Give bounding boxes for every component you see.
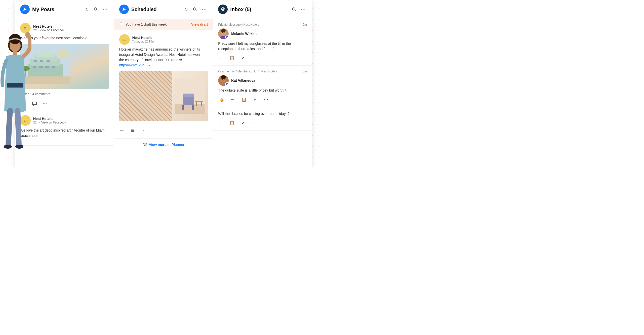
scheduled-search-button[interactable] <box>192 6 198 12</box>
scheduled-post-link[interactable]: http://ow.ly/12345678 <box>119 63 152 67</box>
inbox-item-1-type: Private Message • Nest Hotels <box>218 23 259 26</box>
inbox-content: Private Message • Nest Hotels 5m <box>213 19 312 168</box>
scheduled-more-button[interactable]: ··· <box>141 127 147 134</box>
view-more-planner[interactable]: 📅 View more in Planner <box>114 138 213 151</box>
post-1-age: 2d <box>33 28 36 32</box>
svg-point-27 <box>193 8 196 10</box>
scheduled-post-meta: Today at 12:15pm <box>132 40 156 43</box>
inbox-item-2-like-button[interactable]: 👍 <box>218 96 225 103</box>
scheduled-post-text: Hotelier magazine has announced the winn… <box>119 47 208 68</box>
my-posts-title: My Posts <box>32 7 82 12</box>
view-more-label: View more in Planner <box>149 143 184 147</box>
svg-point-54 <box>224 79 225 80</box>
view-draft-link[interactable]: View draft <box>191 22 208 26</box>
draft-icon: 📄 <box>119 22 124 26</box>
svg-rect-20 <box>34 60 37 62</box>
inbox-item-1-assign-button[interactable]: 📋 <box>228 55 235 61</box>
inbox-search-button[interactable] <box>291 6 297 12</box>
scheduled-post-time: Today at 12:15pm <box>132 40 156 43</box>
inbox-item-3-message: Will the libraries be closing over the h… <box>218 111 307 116</box>
svg-point-7 <box>4 145 12 149</box>
svg-point-9 <box>94 8 97 10</box>
scheduled-post-avatar: n <box>119 34 130 45</box>
inbox-item-2-reply-button[interactable]: ↩ <box>230 96 235 103</box>
post-2-author-info: Nest Hotels 21h • View on Facebook <box>33 117 66 124</box>
scheduled-title: Scheduled <box>131 7 181 12</box>
inbox-item-1-more-button[interactable]: ··· <box>251 55 257 61</box>
scheduled-edit-button[interactable]: ✏ <box>119 127 125 134</box>
inbox-item-2-more-button[interactable]: ··· <box>263 97 269 103</box>
svg-rect-30 <box>175 104 205 114</box>
svg-point-26 <box>57 49 69 59</box>
svg-point-51 <box>221 75 226 79</box>
inbox-item-2-check-button[interactable]: ✓ <box>253 96 258 103</box>
inbox-item-1-sender: Melanie Wilkins <box>231 32 257 36</box>
draft-banner: 📄 You have 1 draft this week View draft <box>114 19 213 30</box>
inbox-item-3-reply-button[interactable]: ↩ <box>218 119 223 126</box>
inbox-item-2: Comment on "Members of t..." • Nest Hote… <box>213 66 312 107</box>
hotel-img-pattern <box>119 71 173 121</box>
post-2-age: 21h <box>33 121 38 124</box>
inbox-item-1-reply-button[interactable]: ↩ <box>218 55 223 61</box>
svg-point-47 <box>224 32 225 33</box>
inbox-item-1-author-row: Melanie Wilkins <box>218 28 307 39</box>
post-1-comment-button[interactable] <box>31 101 38 107</box>
inbox-item-2-assign-button[interactable]: 📋 <box>240 96 248 103</box>
svg-rect-33 <box>182 105 184 110</box>
my-posts-refresh-button[interactable]: ↻ <box>84 6 90 13</box>
svg-rect-32 <box>183 94 194 97</box>
post-1-view-link[interactable]: View on Facebook <box>40 28 65 32</box>
svg-rect-19 <box>52 66 55 68</box>
inbox-item-2-meta: Comment on "Members of t..." • Nest Hote… <box>218 70 307 73</box>
svg-rect-35 <box>195 101 203 102</box>
scheduled-panel: Scheduled ↻ ··· 📄 You have 1 draft this … <box>114 0 213 168</box>
inbox-item-2-badge <box>225 82 229 86</box>
post-2-author-name: Nest Hotels <box>33 117 66 121</box>
post-1-image <box>20 44 109 89</box>
scheduled-content: 📄 You have 1 draft this week View draft … <box>114 19 213 168</box>
post-card-1: n Nest Hotels 2d • View on Facebook Wher… <box>15 19 114 111</box>
svg-point-39 <box>292 8 295 10</box>
inbox-item-2-sender: Kat Villaneuva <box>231 78 255 82</box>
inbox-item-2-type: Comment on "Members of t..." • Nest Hote… <box>218 70 277 73</box>
scheduled-post-actions: ✏ 🗑 ··· <box>119 124 208 134</box>
scheduled-refresh-button[interactable]: ↻ <box>183 6 189 13</box>
svg-point-46 <box>222 32 223 33</box>
post-1-more-button[interactable]: ··· <box>42 101 48 107</box>
post-2-avatar: n <box>20 115 31 126</box>
inbox-item-3: Will the libraries be closing over the h… <box>213 107 312 131</box>
scheduled-post-author-row: n Nest Hotels Today at 12:15pm <box>119 34 208 45</box>
inbox-item-3-assign-button[interactable]: 📋 <box>228 119 235 126</box>
svg-rect-36 <box>196 102 197 106</box>
my-posts-search-button[interactable] <box>93 6 99 12</box>
svg-line-40 <box>295 10 296 11</box>
inbox-logo <box>218 5 228 14</box>
my-posts-more-button[interactable]: ··· <box>102 6 109 13</box>
inbox-item-3-check-button[interactable]: ✓ <box>240 119 246 126</box>
scheduled-delete-button[interactable]: 🗑 <box>130 127 136 134</box>
post-1-text: Where's your favourite nest hotel locati… <box>20 35 109 41</box>
post-2-text: We love the art deco inspired architecut… <box>20 128 109 138</box>
my-posts-panel: My Posts ↻ ··· n Nest Hotels <box>15 0 114 168</box>
inbox-actions: ··· <box>291 6 307 13</box>
post-1-author-info: Nest Hotels 2d • View on Facebook <box>33 24 64 32</box>
post-1-avatar: n <box>20 23 31 33</box>
view-more-icon: 📅 <box>143 143 147 147</box>
inbox-item-1-check-button[interactable]: ✓ <box>240 55 246 61</box>
inbox-item-3-more-button[interactable]: ··· <box>251 120 257 126</box>
inbox-item-1: Private Message • Nest Hotels 5m <box>213 19 312 66</box>
scheduled-post-card: n Nest Hotels Today at 12:15pm Hotelier … <box>114 30 213 138</box>
inbox-item-1-badge <box>225 35 229 39</box>
post-2-view-link[interactable]: View on Facebook <box>41 121 66 124</box>
post-1-actions: 👍 ··· <box>20 98 109 107</box>
post-1-like-button[interactable]: 👍 <box>20 100 27 107</box>
inbox-more-button[interactable]: ··· <box>300 6 307 13</box>
svg-rect-22 <box>47 60 50 62</box>
scheduled-post-avatar-letter: n <box>123 37 126 42</box>
scheduled-more-button[interactable]: ··· <box>201 6 208 13</box>
inbox-item-1-message: Pretty sure I left my sunglasses at the … <box>218 41 307 52</box>
post-2-meta: 21h • View on Facebook <box>33 121 66 124</box>
my-posts-header: My Posts ↻ ··· <box>15 0 114 19</box>
draft-banner-text: 📄 You have 1 draft this week <box>119 22 167 26</box>
svg-rect-17 <box>39 66 43 68</box>
